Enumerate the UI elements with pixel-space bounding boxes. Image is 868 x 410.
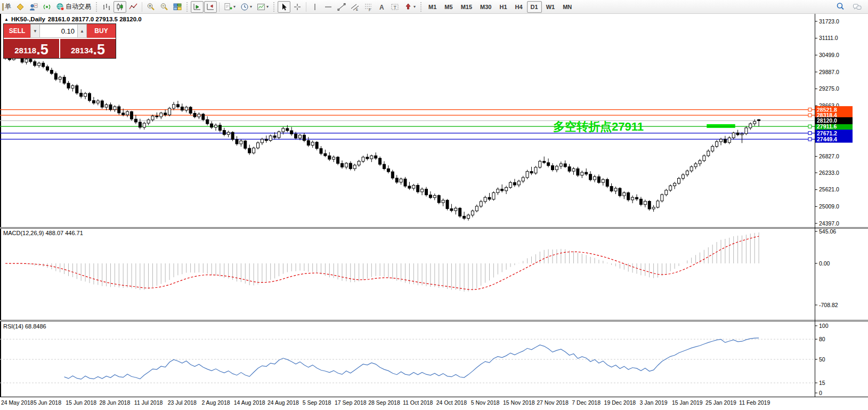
svg-text:多空转折点27911: 多空转折点27911 — [553, 120, 644, 133]
line-chart-mode-button[interactable] — [127, 1, 140, 13]
toolbar-grip[interactable] — [96, 2, 98, 12]
indicators-button[interactable]: ▾ — [222, 1, 238, 13]
mt4-window: 单 自动交易 — [0, 0, 868, 410]
toolbar: 单 自动交易 — [0, 0, 868, 14]
clock-icon — [240, 3, 249, 11]
time-axis-label: 17 Sep 2018 — [335, 399, 367, 406]
timeframe-button-m1[interactable]: M1 — [425, 1, 440, 13]
chevron-down-icon: ▾ — [250, 5, 252, 9]
template-icon — [257, 3, 265, 11]
chart-shift-button[interactable] — [204, 1, 217, 13]
chart-title: ▲ HK50-,Daily 28161.0 28177.0 27913.5 28… — [4, 16, 142, 22]
indicators-icon — [224, 3, 232, 11]
svg-text:29275.0: 29275.0 — [819, 85, 839, 92]
time-axis[interactable]: 24 May 20185 Jun 201815 Jun 201828 Jun 2… — [0, 397, 868, 410]
volume-increase-button[interactable]: ▲ — [77, 24, 87, 38]
vertical-line-tool-button[interactable] — [309, 1, 321, 13]
svg-text:29887.0: 29887.0 — [819, 69, 839, 75]
collapse-arrow-icon[interactable]: ▲ — [4, 17, 9, 22]
svg-text:27671.2: 27671.2 — [817, 130, 837, 136]
channel-tool-button[interactable]: E — [348, 1, 361, 13]
chat-icon — [853, 3, 862, 11]
auto-scroll-button[interactable] — [191, 1, 204, 13]
signals-button[interactable] — [40, 1, 53, 13]
volume-input[interactable]: 0.10 — [40, 24, 77, 38]
new-order-button[interactable]: 单 — [0, 1, 13, 13]
bar-chart-icon — [102, 3, 111, 11]
svg-text:F: F — [369, 7, 371, 11]
toolbar-separator — [142, 2, 142, 12]
svg-text:T: T — [394, 4, 397, 10]
bid-price-fraction: .5 — [36, 43, 48, 57]
trendline-icon — [337, 3, 346, 11]
vertical-line-icon — [311, 3, 319, 11]
timeframe-button-m30[interactable]: M30 — [476, 1, 495, 13]
svg-text:0.00: 0.00 — [819, 260, 830, 267]
sell-button[interactable]: SELL — [4, 24, 30, 38]
svg-text:27449.4: 27449.4 — [817, 136, 837, 142]
time-axis-label: 15 Jan 2019 — [672, 399, 703, 406]
fibonacci-tool-button[interactable]: F — [362, 1, 375, 13]
search-button[interactable] — [834, 1, 847, 13]
zoom-in-button[interactable] — [144, 1, 157, 13]
time-axis-label: 15 Jun 2018 — [66, 399, 96, 406]
svg-text:545.06: 545.06 — [819, 229, 836, 235]
macd-pane[interactable]: 545.060.00-708.82 — [0, 229, 868, 320]
candlestick-mode-button[interactable] — [113, 1, 126, 13]
arrows-icon — [404, 3, 412, 11]
periods-button[interactable]: ▾ — [238, 1, 254, 13]
arrows-tool-button[interactable]: ▾ — [402, 1, 418, 13]
new-order-label: 单 — [5, 2, 11, 11]
time-axis-label: 27 Nov 2018 — [537, 399, 569, 406]
timeframe-button-mn[interactable]: MN — [559, 1, 575, 13]
svg-text:27911.6: 27911.6 — [817, 123, 837, 130]
volume-decrease-button[interactable]: ▼ — [30, 24, 40, 38]
macd-label: MACD(12,26,9) 488.07 446.71 — [3, 230, 83, 236]
price-pane[interactable]: 31723.031111.030499.029887.029275.028663… — [0, 14, 868, 227]
label-tool-button[interactable]: T — [388, 1, 401, 13]
timeframe-button-w1[interactable]: W1 — [542, 1, 559, 13]
text-a-icon: A — [377, 3, 386, 11]
horizontal-line-tool-button[interactable] — [322, 1, 335, 13]
timeframe-button-d1[interactable]: D1 — [527, 1, 542, 13]
tile-windows-button[interactable] — [171, 1, 184, 13]
bid-quote[interactable]: 28118.5 — [4, 39, 59, 58]
cursor-button[interactable] — [278, 1, 290, 13]
svg-text:28120.0: 28120.0 — [817, 117, 837, 124]
toolbar-separator — [306, 2, 306, 12]
timeframe-button-m5[interactable]: M5 — [441, 1, 456, 13]
toolbar-grip[interactable] — [186, 2, 188, 12]
timeframe-button-h4[interactable]: H4 — [512, 1, 526, 13]
svg-text:24397.0: 24397.0 — [819, 220, 839, 227]
svg-text:A: A — [379, 3, 384, 11]
candlestick-icon — [116, 3, 124, 11]
time-axis-label: 24 May 2018 — [1, 399, 34, 406]
rsi-pane[interactable]: 1008050150 — [0, 321, 868, 397]
timeframe-button-m15[interactable]: M15 — [457, 1, 476, 13]
zoom-out-button[interactable] — [158, 1, 171, 13]
ask-quote[interactable]: 28134.5 — [60, 39, 116, 58]
autotrading-globe-icon — [56, 3, 64, 11]
toolbar-right-group — [834, 1, 866, 13]
toolbar-grip[interactable] — [273, 2, 275, 12]
time-axis-label: 11 Oct 2018 — [403, 399, 433, 406]
community-button[interactable] — [27, 1, 40, 13]
autotrading-button[interactable]: 自动交易 — [54, 1, 93, 13]
text-tool-button[interactable]: A — [375, 1, 388, 13]
text-label-icon: T — [391, 3, 399, 11]
diamond-icon — [16, 3, 25, 11]
equidistant-channel-icon: E — [351, 3, 359, 11]
time-axis-label: 15 Nov 2018 — [503, 399, 535, 406]
market-watch-button[interactable] — [14, 1, 27, 13]
buy-button[interactable]: BUY — [87, 24, 116, 38]
crosshair-button[interactable] — [291, 1, 304, 13]
trendline-tool-button[interactable] — [335, 1, 348, 13]
templates-button[interactable]: ▾ — [255, 1, 271, 13]
timeframe-button-h1[interactable]: H1 — [496, 1, 510, 13]
search-icon — [836, 2, 845, 11]
time-axis-label: 11 Jul 2018 — [134, 399, 163, 406]
toolbar-grip[interactable] — [420, 2, 422, 12]
chat-button[interactable] — [850, 1, 864, 13]
svg-text:26827.0: 26827.0 — [819, 153, 839, 159]
bar-chart-mode-button[interactable] — [100, 1, 113, 13]
